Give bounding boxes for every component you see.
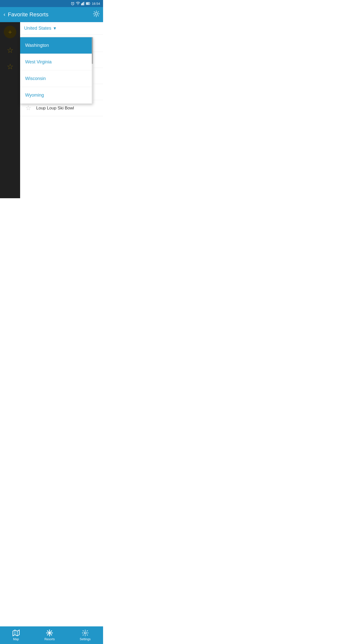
- svg-rect-5: [84, 2, 85, 5]
- battery-icon: [86, 2, 90, 6]
- resort-name-loup-loup: Loup Loup Ski Bowl: [36, 106, 74, 111]
- app-bar-title: Favorite Resorts: [8, 11, 48, 18]
- dropdown-menu: Washington West Virginia Wisconsin Wyomi…: [20, 37, 93, 104]
- app-bar-left: ‹ Favorite Resorts: [4, 11, 49, 18]
- dropdown-arrow-icon: ▼: [53, 26, 57, 31]
- dropdown-item-wisconsin[interactable]: Wisconsin: [20, 70, 93, 87]
- main-content: + ☆ ☆ United States ▼ Washington West Vi…: [0, 22, 103, 198]
- alarm-icon: [71, 2, 75, 6]
- status-bar: 16:54: [0, 0, 103, 7]
- country-dropdown-trigger[interactable]: United States ▼: [24, 26, 57, 31]
- svg-rect-4: [83, 2, 84, 5]
- svg-rect-2: [81, 4, 82, 5]
- svg-point-8: [95, 13, 98, 15]
- svg-line-16: [94, 16, 95, 16]
- dropdown-scrollbar: [92, 37, 93, 104]
- time-display: 16:54: [92, 2, 100, 6]
- dropdown-item-wyoming[interactable]: Wyoming: [20, 87, 93, 104]
- sun-icon[interactable]: [93, 11, 100, 19]
- status-icons: 16:54: [71, 2, 100, 6]
- back-button[interactable]: ‹: [4, 11, 5, 18]
- sidebar-overlay: [0, 22, 20, 198]
- svg-line-13: [94, 12, 95, 12]
- dropdown-item-washington[interactable]: Washington: [20, 37, 93, 54]
- app-bar: ‹ Favorite Resorts: [0, 7, 103, 22]
- resort-star-loup-loup[interactable]: ☆: [24, 104, 33, 112]
- signal-icon: [81, 2, 85, 6]
- svg-line-14: [98, 16, 99, 16]
- wifi-icon: [76, 2, 80, 6]
- svg-rect-3: [82, 3, 83, 5]
- country-dropdown-row: United States ▼: [20, 22, 103, 35]
- svg-line-15: [98, 12, 99, 12]
- svg-point-1: [78, 5, 78, 5]
- dropdown-scrollbar-thumb: [92, 37, 93, 64]
- country-dropdown-label: United States: [24, 26, 51, 31]
- list-area: United States ▼ Washington West Virginia…: [20, 22, 103, 198]
- dropdown-item-west-virginia[interactable]: West Virginia: [20, 54, 93, 70]
